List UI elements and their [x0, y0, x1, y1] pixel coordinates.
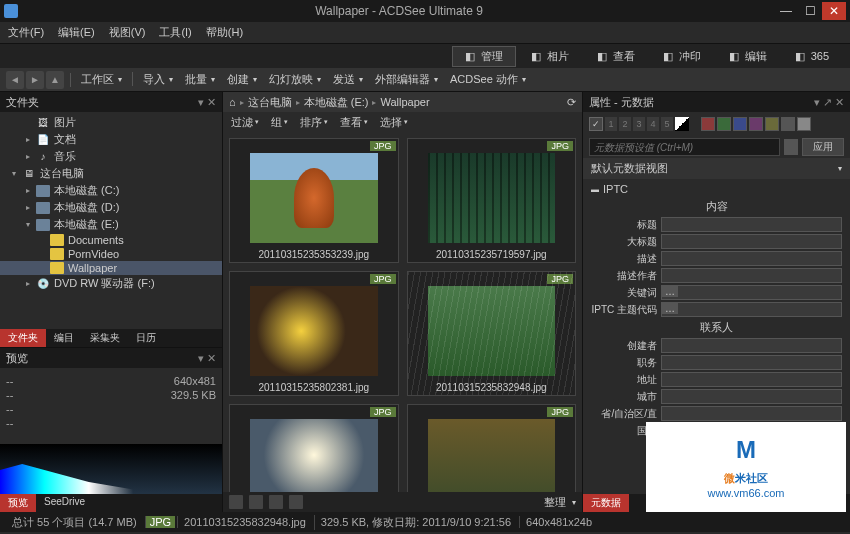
expand-icon[interactable]: ▾	[26, 220, 36, 229]
menu-item[interactable]: 视图(V)	[109, 25, 146, 40]
action-item[interactable]: ACDSee 动作	[450, 72, 526, 87]
filter-item[interactable]: 过滤	[231, 115, 259, 130]
expand-icon[interactable]: ▾	[12, 169, 22, 178]
color-label-swatch[interactable]	[781, 117, 795, 131]
tree-item[interactable]: Documents	[0, 233, 222, 247]
apply-button[interactable]: 应用	[802, 138, 844, 156]
panel-menu-icon[interactable]: ▾ ✕	[198, 96, 216, 109]
left-tab[interactable]: 采集夹	[82, 329, 128, 347]
thumbnail[interactable]: JPG20110315235353239.jpg	[229, 138, 399, 263]
rating-button[interactable]: 2	[619, 117, 631, 131]
iptc-section-toggle[interactable]: ▬IPTC	[591, 181, 842, 197]
metadata-view-header[interactable]: 默认元数据视图▾	[583, 158, 850, 179]
tool-icon[interactable]	[229, 495, 243, 509]
rating-button[interactable]: 3	[633, 117, 645, 131]
tree-item[interactable]: 🖼图片	[0, 114, 222, 131]
left-tab[interactable]: 编目	[46, 329, 82, 347]
tool-icon[interactable]	[249, 495, 263, 509]
menu-item[interactable]: 文件(F)	[8, 25, 44, 40]
filter-item[interactable]: 组	[271, 115, 288, 130]
color-label-swatch[interactable]	[765, 117, 779, 131]
metadata-preset-select[interactable]	[589, 138, 780, 156]
dropdown-icon[interactable]	[784, 139, 798, 155]
metadata-input[interactable]	[661, 217, 842, 232]
bottom-tab[interactable]: SeeDrive	[36, 494, 93, 512]
mode-tab[interactable]: ◧冲印	[650, 46, 714, 67]
action-item[interactable]: 幻灯放映	[269, 72, 321, 87]
nav-forward-button[interactable]: ►	[26, 71, 44, 89]
metadata-input[interactable]	[661, 234, 842, 249]
tree-item[interactable]: Wallpaper	[0, 261, 222, 275]
thumbnail[interactable]: JPG20110315235719597.jpg	[407, 138, 577, 263]
tree-item[interactable]: ▸📄文档	[0, 131, 222, 148]
minimize-button[interactable]: —	[774, 2, 798, 20]
color-label-swatch[interactable]	[797, 117, 811, 131]
mode-tab[interactable]: ◧编辑	[716, 46, 780, 67]
tree-item[interactable]: ▾本地磁盘 (E:)	[0, 216, 222, 233]
action-item[interactable]: 外部编辑器	[375, 72, 438, 87]
tree-item[interactable]: ▸💿DVD RW 驱动器 (F:)	[0, 275, 222, 292]
tag-checkbox[interactable]: ✓	[589, 117, 603, 131]
tree-item[interactable]: ▸本地磁盘 (C:)	[0, 182, 222, 199]
action-item[interactable]: 批量	[185, 72, 215, 87]
filter-item[interactable]: 选择	[380, 115, 408, 130]
metadata-input[interactable]	[661, 372, 842, 387]
nav-up-button[interactable]: ▲	[46, 71, 64, 89]
filter-item[interactable]: 查看	[340, 115, 368, 130]
menu-item[interactable]: 工具(I)	[159, 25, 191, 40]
properties-tab[interactable]: 元数据	[583, 494, 629, 512]
color-label-swatch[interactable]	[749, 117, 763, 131]
rating-button[interactable]: 4	[647, 117, 659, 131]
thumbnail[interactable]: JPG	[407, 404, 577, 492]
menu-item[interactable]: 帮助(H)	[206, 25, 243, 40]
expand-icon[interactable]: ▸	[26, 279, 36, 288]
field-picker-button[interactable]: …	[662, 286, 678, 297]
left-tab[interactable]: 日历	[128, 329, 164, 347]
tool-icon[interactable]	[269, 495, 283, 509]
breadcrumb-item[interactable]: 本地磁盘 (E:)	[304, 95, 369, 110]
mode-tab[interactable]: ◧365	[782, 47, 842, 65]
close-button[interactable]: ✕	[822, 2, 846, 20]
organize-label[interactable]: 整理	[544, 495, 566, 510]
bottom-tab[interactable]: 预览	[0, 494, 36, 512]
maximize-button[interactable]: ☐	[798, 2, 822, 20]
mode-tab[interactable]: ◧管理	[452, 46, 516, 67]
chevron-down-icon[interactable]: ▾	[572, 498, 576, 507]
expand-icon[interactable]: ▸	[26, 186, 36, 195]
home-icon[interactable]: ⌂	[229, 96, 236, 108]
color-label-swatch[interactable]	[717, 117, 731, 131]
action-item[interactable]: 工作区	[81, 72, 122, 87]
field-picker-button[interactable]: …	[662, 303, 678, 314]
metadata-input[interactable]	[661, 406, 842, 421]
expand-icon[interactable]: ▸	[26, 135, 36, 144]
tree-item[interactable]: PornVideo	[0, 247, 222, 261]
thumbnail[interactable]: JPG20110315235832948.jpg	[407, 271, 577, 396]
mode-tab[interactable]: ◧查看	[584, 46, 648, 67]
refresh-icon[interactable]: ⟳	[567, 96, 576, 109]
prop-close-icon[interactable]: ▾ ↗ ✕	[814, 96, 844, 109]
metadata-input[interactable]	[661, 355, 842, 370]
tree-item[interactable]: ▸♪音乐	[0, 148, 222, 165]
action-item[interactable]: 导入	[143, 72, 173, 87]
left-tab[interactable]: 文件夹	[0, 329, 46, 347]
metadata-input[interactable]	[661, 338, 842, 353]
metadata-input[interactable]	[661, 251, 842, 266]
tree-item[interactable]: ▾🖥这台电脑	[0, 165, 222, 182]
mode-tab[interactable]: ◧相片	[518, 46, 582, 67]
tree-item[interactable]: ▸本地磁盘 (D:)	[0, 199, 222, 216]
action-item[interactable]: 发送	[333, 72, 363, 87]
color-label-swatch[interactable]	[733, 117, 747, 131]
breadcrumb-item[interactable]: 这台电脑	[248, 95, 292, 110]
thumbnail[interactable]: JPG	[229, 404, 399, 492]
action-item[interactable]: 创建	[227, 72, 257, 87]
color-label-swatch[interactable]	[701, 117, 715, 131]
bw-toggle-icon[interactable]	[675, 117, 689, 131]
expand-icon[interactable]: ▸	[26, 152, 36, 161]
filter-item[interactable]: 排序	[300, 115, 328, 130]
preview-close-icon[interactable]: ▾ ✕	[198, 352, 216, 365]
breadcrumb-item[interactable]: Wallpaper	[380, 96, 429, 108]
nav-back-button[interactable]: ◄	[6, 71, 24, 89]
tool-icon[interactable]	[289, 495, 303, 509]
rating-button[interactable]: 1	[605, 117, 617, 131]
expand-icon[interactable]: ▸	[26, 203, 36, 212]
